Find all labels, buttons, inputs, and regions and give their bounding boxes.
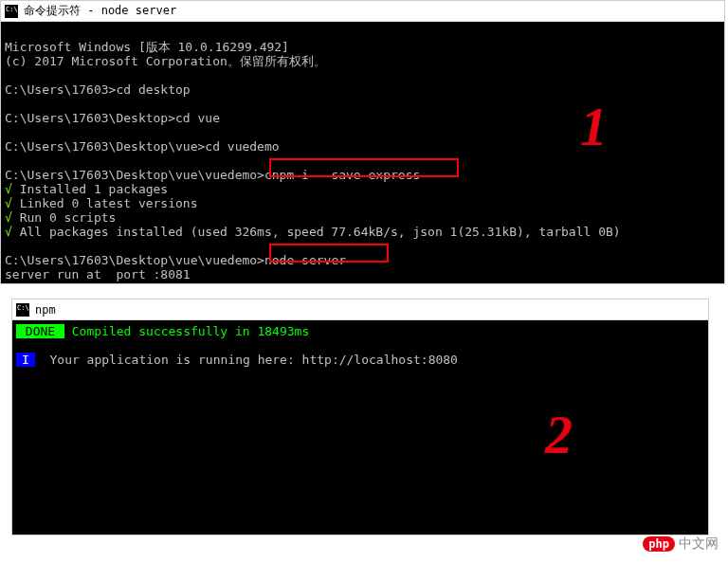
install-summary: All packages installed (used 326ms, spee… <box>12 225 621 239</box>
prompt: C:\Users\17603\Desktop\vue\vuedemo> <box>5 253 264 267</box>
prompt: C:\Users\17603\Desktop\vue\vuedemo> <box>5 168 264 182</box>
info-badge: I <box>16 353 35 367</box>
cmd-icon <box>5 5 18 18</box>
cmd-icon <box>16 303 29 317</box>
watermark: php 中文网 <box>643 535 719 553</box>
terminal-body-cmd[interactable]: Microsoft Windows [版本 10.0.16299.492] (c… <box>1 22 724 328</box>
command-node-server: node server <box>264 253 346 267</box>
check-icon: √ <box>5 182 12 196</box>
command: cd vue <box>175 111 220 125</box>
copyright-line: (c) 2017 Microsoft Corporation。保留所有权利。 <box>5 54 326 68</box>
terminal-body-npm[interactable]: DONE Compiled successfully in 18493ms I … <box>12 320 708 385</box>
os-version-line: Microsoft Windows [版本 10.0.16299.492] <box>5 40 289 54</box>
install-output: Run 0 scripts <box>12 210 117 225</box>
check-icon: √ <box>5 210 12 225</box>
install-output: Linked 0 latest versions <box>12 196 198 210</box>
prompt: C:\Users\17603\Desktop\vue> <box>5 139 205 154</box>
server-output: server run at port :8081 <box>5 267 191 281</box>
done-badge: DONE <box>16 324 64 338</box>
watermark-text: 中文网 <box>679 535 719 553</box>
window-title: npm <box>35 303 56 317</box>
terminal-window-npm: npm DONE Compiled successfully in 18493m… <box>11 299 709 535</box>
annotation-1: 1 <box>580 95 608 158</box>
app-url-line: Your application is running here: http:/… <box>35 353 458 367</box>
command-cnpm-install: cnpm i --save express <box>264 168 420 182</box>
check-icon: √ <box>5 225 12 239</box>
titlebar-npm[interactable]: npm <box>12 299 708 320</box>
command: cd desktop <box>116 82 190 97</box>
terminal-window-cmd: 命令提示符 - node server Microsoft Windows [版… <box>0 0 725 284</box>
command: cd vuedemo <box>205 139 279 154</box>
prompt: C:\Users\17603\Desktop> <box>5 111 175 125</box>
window-title: 命令提示符 - node server <box>24 3 176 19</box>
titlebar-cmd[interactable]: 命令提示符 - node server <box>1 1 724 22</box>
install-output: Installed 1 packages <box>12 182 168 196</box>
php-badge: php <box>643 536 675 552</box>
prompt: C:\Users\17603> <box>5 82 116 97</box>
check-icon: √ <box>5 196 12 210</box>
compile-status: Compiled successfully in 18493ms <box>64 324 309 338</box>
annotation-2: 2 <box>545 403 573 466</box>
